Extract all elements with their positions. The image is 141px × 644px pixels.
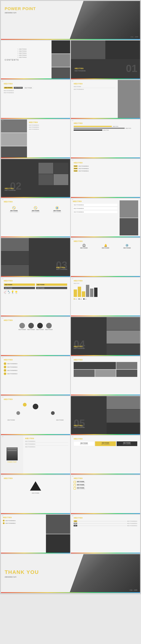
slide-image-right: 002 标题文字添加 标题文字添加副标 标题文字添加副标题此处 — [71, 80, 140, 119]
tag-4: 标题文字添加副标 — [36, 287, 67, 289]
legend-color — [79, 298, 80, 300]
two-col-layout: 标题文字添加 标题文字添加副标 标题文字添加副标题此处 — [71, 80, 140, 119]
nl-text: 标题文字添加副标题此处 — [5, 520, 16, 521]
slide-yellow-title: 标题文字添加 — [74, 83, 115, 85]
legend-label: 标题1 — [75, 298, 77, 300]
icon-text-1: 标题文字添加副标题此处 — [4, 211, 24, 212]
icon-label-2: 标题文字添加副标 — [25, 210, 46, 211]
year-line — [78, 521, 127, 522]
slide-tags-left: 001 标题文字添加 标题文字添加副标 标题文字添加副标 标题文字添加副标 标题… — [1, 80, 70, 119]
slide-section03-dark: 03 标题文字添加 标题文字添加副标题此 — [1, 238, 70, 277]
item-icon — [74, 487, 76, 490]
nl-1: 1 标题文字添加副标题此处 — [3, 520, 44, 522]
icon-col-1: 标题文字添加副标 — [18, 323, 26, 330]
part-list: Part01 标题文字添加副标题此处 Part02 标题文字添加副标题此处 Pa… — [74, 165, 137, 172]
item-icon — [74, 481, 76, 483]
slide-title: 标题文字添加 — [74, 477, 137, 480]
list-item: 1、标题文字添加此处 — [18, 48, 27, 50]
contents-label: CONTENTS — [5, 59, 19, 61]
orbit-3 — [51, 411, 55, 415]
layout: 标题文字添加 1 标题文字添加副标题此处 2 标题文字添加副标题此处 — [1, 515, 70, 554]
section-info: 05 标题文字添加 标题文字添加副标题此 — [74, 424, 85, 428]
year-line — [78, 523, 127, 524]
content: 标题文字添加 标题文字添加副标 标题文字添加副标 标题文字添加副标 — [1, 317, 70, 332]
slide-label: 011 — [2, 318, 3, 319]
box-c: 标题文字添加副标 标题文字添加副标题此处 — [117, 442, 137, 446]
box-list: 标题文字添加副标题此处 标题文字添加副标题此处 标题文字添加副标题此处 — [73, 203, 118, 214]
img3 — [38, 174, 53, 185]
tl-text: 标题文字添加副标题此处 — [7, 370, 17, 371]
img-right-bot — [120, 218, 138, 236]
box-text: 标题文字添加副标题此处 — [118, 444, 136, 445]
list-item-3: 标题文字添加副标 标题文字添加副标题此处 — [74, 487, 137, 490]
section-title: 标题文字添加 — [74, 424, 85, 427]
slide-title: 标题文字添加 — [74, 280, 137, 282]
img-bot — [1, 146, 27, 158]
brand-title: POWER POINT — [7, 461, 17, 463]
img-a — [1, 238, 29, 251]
img-block-3 — [51, 67, 70, 80]
slide-contents: CONTENTS 1、标题文字添加此处 2、标题文字添加此处 3、标题文字添加此… — [1, 40, 70, 80]
flow-label-2: 标题文字添加副标 — [56, 420, 64, 420]
bar-2 — [78, 287, 81, 297]
rainbow-bar — [1, 78, 70, 79]
img-mosaic — [74, 362, 137, 377]
title-content: POWER POINT 质量高档商务计划书 — [5, 6, 36, 14]
triangle-shape — [30, 481, 41, 490]
slide1-attribution: 汇报人：演界网 — [131, 36, 138, 38]
slide-label: 009 — [2, 278, 3, 279]
year-tag: 2020 — [74, 520, 77, 522]
icon-1: 🔍 — [12, 206, 16, 210]
section-title: 标题文字添加 — [5, 188, 16, 190]
list-item: 2、标题文字添加此处 — [18, 50, 27, 52]
tl-text: 标题文字添加副标题此处 — [7, 373, 17, 374]
slide-label: 017 — [2, 476, 3, 477]
slide-timeline: 012 标题文字添加 1 标题文字添加副标题此处 2 标题文字添加副标题此处 3… — [1, 356, 70, 396]
rainbow-bar — [71, 78, 140, 79]
icon-sm-1: 📈标题 — [4, 290, 6, 294]
section-sub: 标题文字添加副标题此 — [74, 348, 85, 349]
slide-four-tags: 009 标题文字添加 标题文字添加副标 标题文字添加副标 标题文字添加副标 标题… — [1, 277, 70, 316]
rainbow-bar — [71, 197, 140, 198]
circle-img-4 — [46, 323, 52, 328]
year-line — [78, 526, 127, 526]
icon-sm-2: 🔧标题 — [7, 290, 10, 294]
year-item-3: 2022 标题文字添加副标题此处 — [74, 525, 137, 526]
sep — [25, 442, 68, 443]
box-title: 标题文字添加副标 — [96, 442, 115, 444]
icon-col-2: 标题文字添加副标 — [27, 323, 35, 330]
rainbow-bar — [71, 118, 140, 119]
tl-2: 2 标题文字添加副标题此处 — [4, 366, 67, 368]
content: 标题文字添加 🎧 标题文字添加副标 🔔 标题文字添加副标 ⚙️ 标题文字添加副标 — [71, 238, 140, 251]
tag-2: 标题文字添加副标 — [14, 87, 23, 89]
img-top — [46, 515, 70, 534]
center-circle — [33, 404, 38, 409]
content: 标题文字添加 2020 标题文字添加副标题此处 2021 标题文字添加副标题此处… — [71, 515, 140, 528]
bar-3 — [82, 291, 85, 297]
img-sm-3 — [95, 370, 116, 377]
slide-round-icons: 011 标题文字添加 标题文字添加副标 标题文字添加副标 标题文字添加副标 — [1, 317, 70, 356]
content: 标题文字添加 标题文字添加副标 标题文字添加副标题此处 标题文字添加副标 标题文… — [71, 436, 140, 448]
icon-label-3: 标题文字添加副标 — [47, 210, 67, 211]
slide-title: 标题文字添加 — [4, 280, 67, 282]
text-2: 标题文字添加副标题此处 — [29, 126, 68, 128]
rainbow-bar — [1, 394, 70, 395]
content: 标题文字添加 1 标题文字添加副标题此处 2 标题文字添加副标题此处 3 标题文… — [1, 356, 70, 377]
tags-row: 标题文字添加副标 标题文字添加副标 标题文字添加副标 — [1, 87, 70, 89]
text-col: 标题文字添加 1 标题文字添加副标题此处 2 标题文字添加副标题此处 — [1, 515, 46, 554]
img-c — [1, 265, 29, 277]
layout: 标题文字添加 标题文字添加副标题此处 标题文字添加副标题此处 标题文字添加副标题… — [1, 120, 70, 158]
thankyou-attribution: 汇报人：演界网 — [130, 590, 137, 591]
tag-3: 标题文字添加副标 — [4, 287, 35, 289]
nl-num: 2 — [3, 522, 5, 524]
slide-label: 004 — [72, 120, 73, 121]
box-title: 标题文字添加副标 — [75, 442, 93, 444]
slide-label: 019 — [2, 515, 3, 516]
item-text: 标题文字添加副标题此处 — [77, 485, 85, 486]
slide-label: 007 — [72, 199, 73, 200]
slide-yellow-title: 标题文字添加 — [4, 83, 67, 85]
slide-icon-text-list: 018 标题文字添加 标题文字添加副标 标题文字添加副标题此处 标题文字 — [71, 475, 140, 514]
part-text: 标题文字添加副标题此处 — [79, 168, 89, 169]
left-branding: POWER POINT — [1, 436, 23, 474]
icon-item-1: 🎧 标题文字添加副标 — [74, 244, 94, 248]
